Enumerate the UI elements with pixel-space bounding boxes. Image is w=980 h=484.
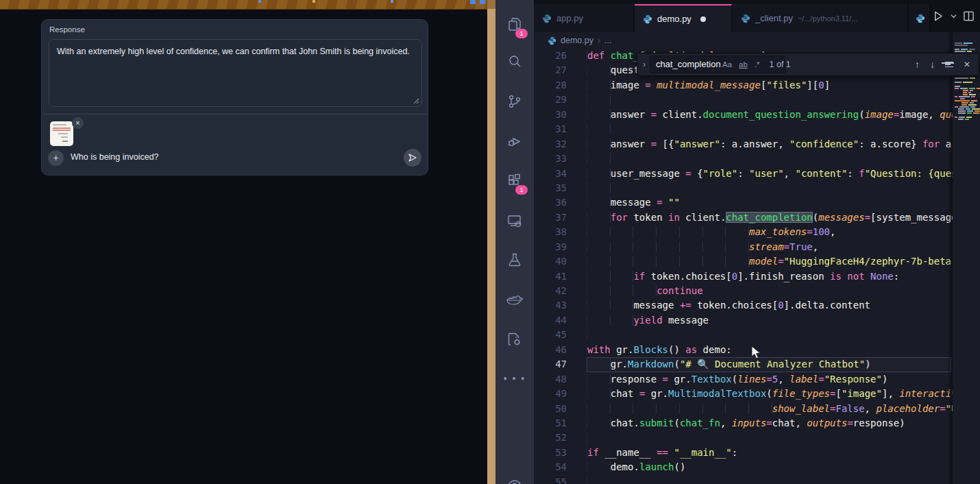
top-bar-control [470, 0, 476, 4]
code-line[interactable]: 51 chat.submit(chat_fn, inputs=chat, out… [534, 416, 980, 431]
code-line[interactable]: 43 message += token.choices[0].delta.con… [534, 298, 980, 313]
breadcrumb-file[interactable]: demo.py [561, 36, 593, 45]
uploaded-image-thumbnail[interactable] [50, 121, 73, 146]
sidebar-item-run-debug[interactable] [495, 126, 534, 156]
whole-word-toggle[interactable]: ab [739, 60, 748, 69]
code-line[interactable]: 34 user_message = {"role": "user", "cont… [534, 167, 980, 181]
code-line[interactable]: 38 max_tokens=100, [534, 225, 980, 239]
line-number: 45 [534, 328, 567, 342]
line-number: 42 [534, 284, 567, 298]
code-line[interactable]: 49 chat = gr.MultimodalTextbox(file_type… [534, 387, 980, 401]
sidebar-item-extensions[interactable]: 1 [495, 166, 534, 196]
code-line[interactable]: 40 model="HuggingFaceH4/zephyr-7b-beta")… [534, 254, 980, 269]
mouse-cursor [751, 346, 763, 361]
python-icon [741, 14, 750, 23]
sidebar-item-more[interactable]: • • • [495, 363, 534, 394]
sidebar-item-testing[interactable] [495, 245, 534, 275]
sidebar-item-search[interactable] [495, 47, 534, 77]
thumb-line [61, 136, 68, 138]
tab-client-py[interactable]: _client.py ~/.../python3.11/... [733, 4, 908, 32]
line-number: 38 [534, 225, 567, 239]
minimap-row [953, 84, 980, 85]
minimap-row [953, 94, 980, 95]
code-line[interactable]: 28 image = multimodal_message["files"][0… [534, 78, 980, 93]
tab-app-py[interactable]: app.py [534, 4, 634, 32]
split-editor-button[interactable] [963, 10, 975, 22]
line-number: 28 [534, 78, 567, 93]
activity-bar: 1 1 [495, 0, 534, 484]
line-number: 33 [534, 152, 567, 166]
line-number: 34 [534, 167, 567, 181]
line-content: show_label=False, placeholder="Upload an… [587, 403, 980, 414]
breadcrumb-more[interactable]: ... [604, 36, 611, 45]
find-previous-button[interactable]: ↑ [915, 59, 920, 70]
code-line[interactable]: 55 [534, 475, 980, 484]
line-content: message += token.choices[0].delta.conten… [587, 300, 870, 311]
line-number: 47 [534, 357, 567, 372]
run-button[interactable] [931, 10, 944, 23]
editor-actions [930, 0, 980, 32]
code-line[interactable]: 33 [534, 152, 980, 166]
minimap-row [953, 102, 980, 104]
account-icon [506, 479, 523, 484]
code-line[interactable]: 29 [534, 93, 980, 107]
minimap-row [953, 90, 980, 91]
code-line[interactable]: 45 [534, 328, 980, 342]
code-line[interactable]: 41 if token.choices[0].finish_reason is … [534, 269, 980, 284]
send-button[interactable] [404, 149, 421, 167]
git-branch-icon [506, 93, 523, 110]
code-line[interactable]: 48 response = gr.Textbox(lines=5, label=… [534, 372, 980, 387]
find-next-button[interactable]: ↓ [930, 59, 935, 70]
minimap-row [953, 98, 980, 99]
code-line[interactable]: 50 show_label=False, placeholder="Upload… [534, 402, 980, 416]
code-line[interactable]: 31 [534, 122, 980, 136]
sidebar-item-remote-explorer[interactable] [495, 206, 534, 236]
line-content [587, 329, 587, 340]
match-case-toggle[interactable]: Aa [722, 60, 732, 69]
chat-input-row: + Who is being invoiced? [42, 149, 428, 168]
code-line[interactable]: 53if __name__ == "__main__": [534, 446, 980, 460]
tab-bar: app.py demo.py _client.py ~ [534, 0, 980, 32]
code-line[interactable]: 36 message = "" [534, 195, 980, 210]
code-line[interactable]: 32 answer = [{"answer": a.answer, "confi… [534, 137, 980, 152]
tab-overflow[interactable] [909, 4, 930, 32]
tab-demo-py[interactable]: demo.py [635, 4, 732, 32]
code-line[interactable]: 44 yield message [534, 313, 980, 328]
line-content [587, 94, 611, 105]
window-gap [487, 0, 495, 484]
sidebar-item-account[interactable] [495, 472, 534, 484]
code-line[interactable]: 37 for token in client.chat_completion(m… [534, 210, 980, 225]
find-expand-chevron-icon[interactable]: › [637, 60, 650, 69]
code-line[interactable]: 52 [534, 431, 980, 445]
find-query: chat_completion [656, 56, 721, 73]
line-content: if __name__ == "__main__": [587, 447, 737, 458]
code-line[interactable]: 30 answer = client.document_question_ans… [534, 108, 980, 122]
chat-input[interactable]: Who is being invoiced? [71, 152, 159, 162]
minimap[interactable] [953, 32, 980, 484]
run-dropdown-chevron-icon[interactable] [950, 12, 957, 20]
attach-file-button[interactable]: + [48, 150, 64, 166]
response-textarea[interactable]: With an extremely high level of confiden… [49, 39, 422, 107]
resize-handle-icon[interactable] [413, 98, 419, 104]
code-editor[interactable]: 26def chat_fn(multimodal_message):27 que… [534, 49, 980, 484]
minimap-shadow [947, 32, 953, 484]
gradio-panel: Response With an extremely high level of… [41, 19, 428, 176]
sidebar-item-docker[interactable] [495, 285, 534, 315]
find-input[interactable]: chat_completion [650, 56, 785, 73]
code-line[interactable]: 35 [534, 181, 980, 195]
line-content: response = gr.Textbox(lines=5, label="Re… [587, 374, 887, 385]
code-line[interactable]: 39 stream=True, [534, 240, 980, 254]
find-close-button[interactable]: ✕ [964, 60, 970, 69]
code-line[interactable]: 54 demo.launch() [534, 460, 980, 474]
remove-image-button[interactable]: × [72, 117, 84, 129]
sidebar-item-source-control[interactable] [495, 86, 534, 117]
minimap-row [953, 104, 980, 106]
breadcrumb[interactable]: demo.py › ... [548, 32, 611, 49]
line-number: 49 [534, 387, 567, 401]
code-line[interactable]: 42 continue [534, 284, 980, 298]
regex-toggle[interactable]: .* [755, 60, 760, 69]
sidebar-item-dev-containers[interactable] [495, 324, 534, 354]
line-number: 43 [534, 298, 567, 313]
remote-explorer-icon [506, 213, 523, 229]
sidebar-item-explorer[interactable]: 1 [495, 10, 534, 40]
